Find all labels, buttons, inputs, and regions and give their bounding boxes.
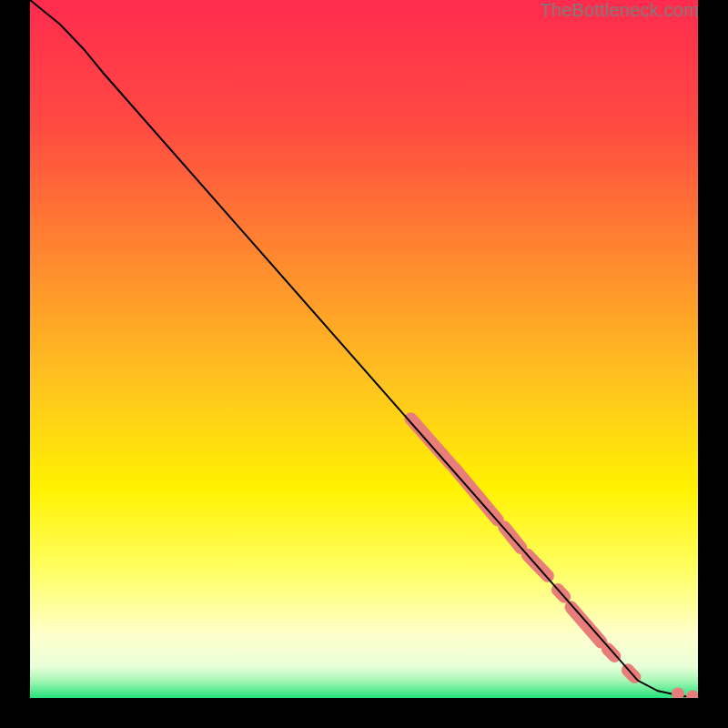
watermark-text: TheBottleneck.com (540, 0, 699, 21)
chart-container: TheBottleneck.com (0, 0, 728, 728)
chart-svg (30, 0, 698, 698)
plot-area (30, 0, 698, 698)
